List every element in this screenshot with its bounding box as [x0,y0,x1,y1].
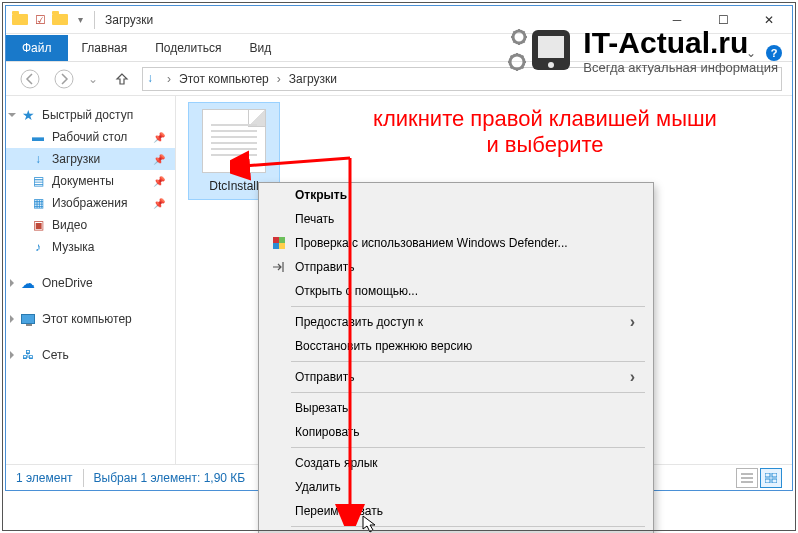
crumb-downloads[interactable]: Загрузки [285,72,341,86]
label: Музыка [52,240,94,254]
ctx-delete[interactable]: Удалить [259,475,653,499]
shield-icon [267,235,291,251]
sidebar-quick-access[interactable]: ★ Быстрый доступ [6,104,175,126]
svg-rect-4 [765,479,770,483]
svg-rect-3 [772,473,777,477]
status-selected: Выбран 1 элемент: 1,90 КБ [94,471,246,485]
music-icon: ♪ [30,239,46,255]
videos-icon: ▣ [30,217,46,233]
svg-point-14 [548,62,554,68]
label: Рабочий стол [52,130,127,144]
crumb-thispc[interactable]: Этот компьютер [175,72,273,86]
down-arrow-icon: ↓ [147,71,163,87]
tab-file[interactable]: Файл [6,35,68,61]
label: Быстрый доступ [42,108,133,122]
nav-forward-button[interactable] [50,65,78,93]
svg-point-11 [510,55,524,69]
monitor-icon [20,311,36,327]
watermark-subtitle: Всегда актуальная информация [583,60,778,75]
svg-rect-8 [273,243,279,249]
sidebar-item-desktop[interactable]: ▬ Рабочий стол 📌 [6,126,175,148]
cursor-icon [362,515,380,533]
sidebar-item-music[interactable]: ♪ Музыка [6,236,175,258]
ctx-rename[interactable]: Переименовать [259,499,653,523]
ctx-cut[interactable]: Вырезать [259,396,653,420]
text-file-icon [202,109,266,173]
nav-up-button[interactable] [108,65,136,93]
submenu-arrow-icon [630,313,635,331]
nav-recent-button[interactable]: ⌄ [84,65,102,93]
annotation-text: кликните правой клавишей мыши и выберите [295,106,795,159]
ctx-copy[interactable]: Копировать [259,420,653,444]
pictures-icon: ▦ [30,195,46,211]
svg-point-0 [21,70,39,88]
share-icon [267,259,291,275]
sidebar-item-documents[interactable]: ▤ Документы 📌 [6,170,175,192]
ctx-share-short[interactable]: Отправить [259,255,653,279]
tab-share[interactable]: Поделиться [141,35,235,61]
ctx-sendto[interactable]: Отправить [259,365,653,389]
navigation-pane: ★ Быстрый доступ ▬ Рабочий стол 📌 ↓ Загр… [6,96,176,464]
watermark: IT-Actual.ru Всегда актуальная информаци… [505,24,778,76]
view-icons-button[interactable] [760,468,782,488]
tab-view[interactable]: Вид [235,35,285,61]
label: Документы [52,174,114,188]
ctx-open[interactable]: Открыть [259,183,653,207]
star-icon: ★ [20,107,36,123]
pin-icon: 📌 [153,132,165,143]
label: Сеть [42,348,69,362]
desktop-icon: ▬ [30,129,46,145]
folder-icon [12,12,28,28]
svg-rect-13 [538,36,564,58]
sidebar-item-downloads[interactable]: ↓ Загрузки 📌 [6,148,175,170]
svg-rect-9 [279,243,285,249]
tab-home[interactable]: Главная [68,35,142,61]
view-details-button[interactable] [736,468,758,488]
svg-rect-5 [772,479,777,483]
label: Этот компьютер [42,312,132,326]
pin-icon: 📌 [153,198,165,209]
ctx-print[interactable]: Печать [259,207,653,231]
label: Загрузки [52,152,100,166]
watermark-icon [505,24,573,76]
sidebar-network[interactable]: 🖧 Сеть [6,344,175,366]
qat-dropdown-icon[interactable]: ▾ [72,12,88,28]
ctx-shortcut[interactable]: Создать ярлык [259,451,653,475]
nav-back-button[interactable] [16,65,44,93]
svg-rect-2 [765,473,770,477]
watermark-title: IT-Actual.ru [583,26,778,60]
ctx-defender[interactable]: Проверка с использованием Windows Defend… [259,231,653,255]
qat-newfolder-icon[interactable] [52,12,68,28]
pin-icon: 📌 [153,154,165,165]
label: Изображения [52,196,127,210]
sidebar-onedrive[interactable]: ☁ OneDrive [6,272,175,294]
sidebar-thispc[interactable]: Этот компьютер [6,308,175,330]
ctx-openwith[interactable]: Открыть с помощью... [259,279,653,303]
ctx-grant-access[interactable]: Предоставить доступ к [259,310,653,334]
sidebar-item-pictures[interactable]: ▦ Изображения 📌 [6,192,175,214]
documents-icon: ▤ [30,173,46,189]
ctx-restore[interactable]: Восстановить прежнюю версию [259,334,653,358]
cloud-icon: ☁ [20,275,36,291]
network-icon: 🖧 [20,347,36,363]
context-menu: Открыть Печать Проверка с использованием… [258,182,654,533]
pin-icon: 📌 [153,176,165,187]
window-title: Загрузки [105,13,153,27]
svg-point-1 [55,70,73,88]
sidebar-item-videos[interactable]: ▣ Видео [6,214,175,236]
svg-rect-6 [273,237,279,243]
svg-rect-7 [279,237,285,243]
status-count: 1 элемент [16,471,73,485]
label: Видео [52,218,87,232]
label: OneDrive [42,276,93,290]
submenu-arrow-icon [630,368,635,386]
download-icon: ↓ [30,151,46,167]
qat-properties-icon[interactable]: ☑ [32,12,48,28]
